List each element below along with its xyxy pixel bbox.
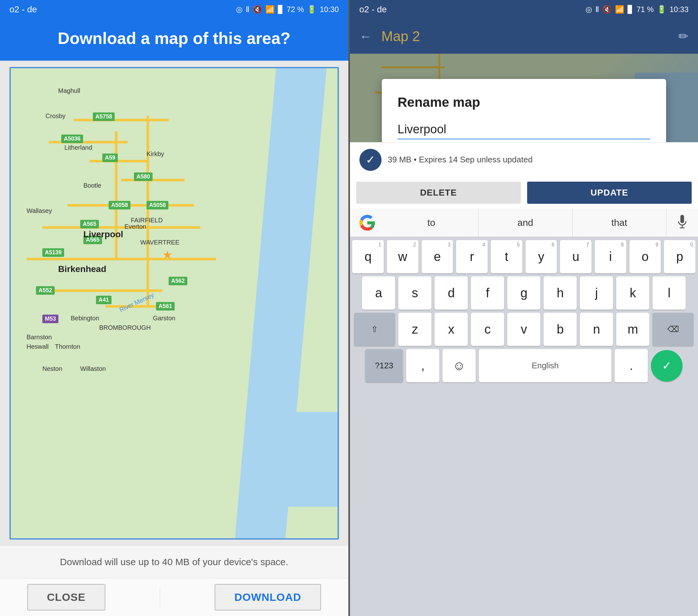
label-a5139: A5139	[42, 248, 64, 257]
period-key[interactable]: .	[615, 349, 648, 382]
label-a580: A580	[134, 172, 153, 181]
mersey-estuary	[243, 412, 338, 507]
road-a5758	[74, 119, 169, 121]
key-w[interactable]: 2w	[387, 240, 418, 273]
suggestion-to[interactable]: to	[385, 209, 479, 237]
keyboard-rows: 1q 2w 3e 4r 5t 6y 7u 8i 9o 0p a s d f g …	[350, 237, 698, 616]
river-label: River Mersey	[118, 292, 155, 314]
key-m[interactable]: m	[616, 313, 650, 346]
battery-left: 72 %	[287, 5, 304, 14]
key-a[interactable]: a	[362, 276, 395, 310]
back-button[interactable]: ←	[360, 29, 372, 44]
location-icon-r: ◎	[586, 5, 592, 14]
label-a59: A59	[102, 154, 118, 162]
map-container-left: A5758 A5036 A59 A580 A5058 A5058 A565 A5…	[10, 67, 339, 540]
google-logo	[356, 212, 378, 234]
close-button[interactable]: CLOSE	[27, 584, 105, 610]
key-g[interactable]: g	[507, 276, 540, 310]
space-key[interactable]: English	[479, 349, 612, 382]
key-row-1: 1q 2w 3e 4r 5t 6y 7u 8i 9o 0p	[352, 240, 696, 273]
key-o[interactable]: 9o	[629, 240, 661, 273]
status-bar-right: o2 - de ◎ Ⅱ 🔇 📶 ▊ 71 % 🔋 10:33	[350, 0, 698, 19]
key-d[interactable]: d	[435, 276, 468, 310]
key-n[interactable]: n	[580, 313, 613, 346]
road-a552	[36, 289, 162, 292]
check-circle-icon: ✓	[360, 149, 381, 171]
city-heswall: Heswall	[27, 343, 48, 350]
key-t[interactable]: 5t	[491, 240, 522, 273]
shift-key[interactable]: ⇧	[354, 313, 395, 346]
suggestion-that[interactable]: that	[573, 209, 667, 237]
mute-icon-r: 🔇	[602, 5, 612, 14]
label-a565-1: A565	[80, 220, 99, 228]
bottom-bar-left: CLOSE DOWNLOAD	[0, 578, 348, 616]
key-l[interactable]: l	[653, 276, 686, 310]
city-litherland: Litherland	[65, 144, 92, 151]
carrier-left: o2 - de	[10, 4, 37, 15]
map-marker-star: ★	[162, 248, 172, 262]
info-text: 39 MB • Expires 14 Sep unless updated	[388, 155, 533, 165]
key-f[interactable]: f	[471, 276, 504, 310]
map-bg-left: A5758 A5036 A59 A580 A5058 A5058 A565 A5…	[10, 67, 339, 540]
download-title: Download a map of this area?	[13, 28, 336, 48]
city-thornton: Thornton	[55, 343, 80, 350]
suggestions-row: to and that	[350, 209, 698, 237]
backspace-key[interactable]: ⌫	[653, 313, 694, 346]
map-description: Download will use up to 40 MB of your de…	[0, 546, 348, 578]
key-y[interactable]: 6y	[526, 240, 557, 273]
update-button[interactable]: UPDATE	[527, 182, 692, 204]
key-s[interactable]: s	[398, 276, 431, 310]
suggestion-and[interactable]: and	[478, 209, 573, 237]
delete-button[interactable]: DELETE	[356, 182, 521, 204]
status-icons-left: ◎ Ⅱ 🔇 📶 ▊ 72 % 🔋 10:30	[236, 5, 339, 14]
key-c[interactable]: c	[471, 313, 504, 346]
nfc-icon-r: Ⅱ	[595, 5, 599, 14]
key-p[interactable]: 0p	[664, 240, 696, 273]
label-a562: A562	[169, 277, 187, 285]
map-name-input[interactable]	[397, 123, 650, 136]
dialog-input-wrap[interactable]	[397, 123, 650, 139]
mute-icon: 🔇	[253, 5, 262, 14]
key-row-4: ?123 , ☺ English . ✓	[352, 349, 696, 382]
key-x[interactable]: x	[435, 313, 468, 346]
done-key[interactable]: ✓	[651, 350, 683, 382]
comma-key[interactable]: ,	[406, 349, 439, 382]
label-a561: A561	[156, 302, 174, 310]
road-h4	[42, 226, 200, 229]
city-wavertree: WAVERTREE	[140, 239, 179, 246]
city-liverpool: Liverpool	[83, 229, 123, 239]
signal-icon: ▊	[278, 5, 284, 14]
battery-right: 71 %	[637, 5, 654, 14]
mic-icon[interactable]	[673, 215, 692, 230]
location-icon: ◎	[236, 5, 242, 14]
key-q[interactable]: 1q	[352, 240, 384, 273]
edit-icon[interactable]: ✏	[679, 29, 688, 43]
key-b[interactable]: b	[544, 313, 577, 346]
key-r[interactable]: 4r	[456, 240, 488, 273]
key-k[interactable]: k	[616, 276, 650, 310]
dialog-title: Rename map	[397, 95, 650, 110]
city-everton: Everton	[124, 223, 146, 230]
label-a41: A41	[96, 296, 111, 304]
key-j[interactable]: j	[580, 276, 613, 310]
emoji-key[interactable]: ☺	[443, 349, 476, 382]
city-maghull: Maghull	[58, 87, 80, 95]
key-i[interactable]: 8i	[595, 240, 626, 273]
city-bootle: Bootle	[83, 182, 101, 189]
info-bar: ✓ 39 MB • Expires 14 Sep unless updated	[350, 142, 698, 177]
key-row-2: a s d f g h j k l	[352, 276, 696, 310]
key-z[interactable]: z	[398, 313, 431, 346]
battery-icon-right: 🔋	[657, 5, 667, 14]
dialog-overlay: Rename map CANCEL SAVE	[350, 54, 698, 142]
key-e[interactable]: 3e	[422, 240, 453, 273]
left-panel: o2 - de ◎ Ⅱ 🔇 📶 ▊ 72 % 🔋 10:30 Download …	[0, 0, 348, 616]
key-u[interactable]: 7u	[560, 240, 591, 273]
label-a5058-1: A5058	[109, 201, 130, 209]
city-bromborough: BROMBOROUGH	[99, 324, 151, 331]
wifi-icon-r: 📶	[615, 5, 625, 14]
battery-icon-left: 🔋	[307, 5, 317, 14]
symbol-key[interactable]: ?123	[365, 349, 403, 382]
download-button[interactable]: DOWNLOAD	[215, 584, 321, 610]
key-v[interactable]: v	[507, 313, 540, 346]
key-h[interactable]: h	[544, 276, 577, 310]
